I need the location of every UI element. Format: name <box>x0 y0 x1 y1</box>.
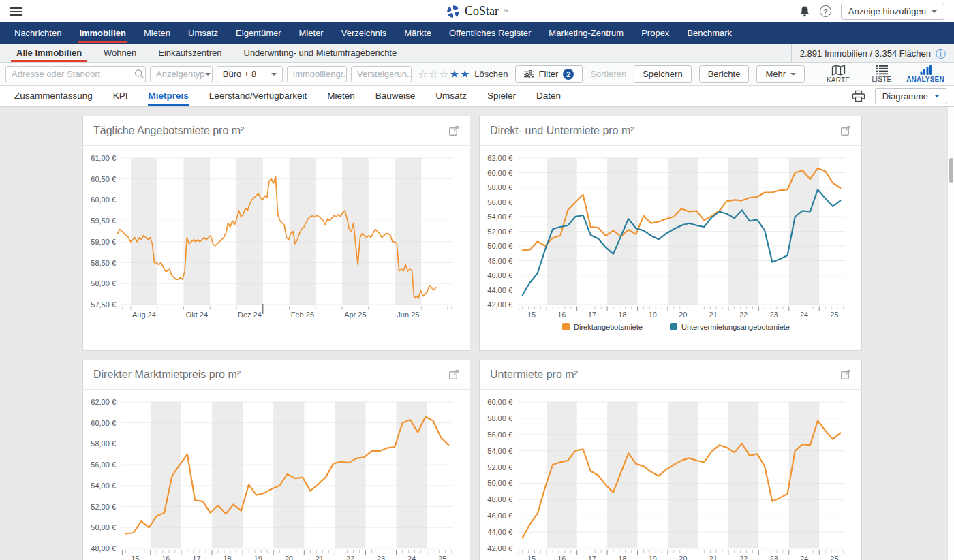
star-filled-icon[interactable]: ★ <box>460 67 470 80</box>
subnav-item-wohnen[interactable]: Wohnen <box>93 44 147 62</box>
tab-kpi[interactable]: KPI <box>103 86 138 106</box>
svg-text:Direktangebotsmiete: Direktangebotsmiete <box>574 323 643 331</box>
subnav-item-alle-immobilien[interactable]: Alle Immobilien <box>5 44 93 62</box>
sort-link[interactable]: Sortieren <box>590 69 626 79</box>
nav-item-maerkte[interactable]: Märkte <box>395 22 440 44</box>
nav-item-mieter[interactable]: Mieter <box>290 22 333 44</box>
scrollbar-track[interactable] <box>947 107 954 560</box>
dropdown-immobiliengroesse[interactable]: Immobiliengr... <box>287 66 348 82</box>
svg-text:48,00 €: 48,00 € <box>487 257 512 265</box>
chevron-down-icon <box>932 10 937 13</box>
svg-text:46,00 €: 46,00 € <box>487 512 512 520</box>
svg-text:44,00 €: 44,00 € <box>487 286 512 294</box>
save-button[interactable]: Speichern <box>634 65 692 83</box>
nav-item-marketing-zentrum[interactable]: Marketing-Zentrum <box>540 22 632 44</box>
tab-leerstand[interactable]: Leerstand/Verfügbarkeit <box>199 86 317 106</box>
external-link-icon[interactable] <box>840 125 851 136</box>
svg-text:54,00 €: 54,00 € <box>91 482 116 490</box>
svg-text:46,00 €: 46,00 € <box>487 271 512 279</box>
bell-icon[interactable] <box>799 5 810 18</box>
external-link-icon[interactable] <box>840 369 851 380</box>
more-button[interactable]: Mehr <box>756 65 805 83</box>
subnav-item-underwriting[interactable]: Underwriting- und Mietumfrageberichte <box>233 44 408 62</box>
svg-text:16: 16 <box>557 311 566 319</box>
svg-text:23: 23 <box>769 555 778 560</box>
nav-item-oeffentliches-register[interactable]: Öffentliches Register <box>440 22 540 44</box>
tab-daten[interactable]: Daten <box>526 86 571 106</box>
chart-panel-untermiete: Untermiete pro m² 42,00 €44,00 €46,00 €4… <box>479 360 862 560</box>
svg-text:20: 20 <box>285 555 293 560</box>
tab-spieler[interactable]: Spieler <box>477 86 526 106</box>
filter-button[interactable]: Filter 2 <box>515 65 583 83</box>
add-listing-button[interactable]: Anzeige hinzufügen <box>841 3 944 20</box>
svg-text:25: 25 <box>438 555 446 560</box>
nav-item-benchmark[interactable]: Benchmark <box>678 22 741 44</box>
line-chart-direct-and-sublet-rent: 42,00 €44,00 €46,00 €48,00 €50,00 €52,00… <box>480 146 861 351</box>
tab-umsatz[interactable]: Umsatz <box>425 86 477 106</box>
tab-mietpreis[interactable]: Mietpreis <box>138 86 199 106</box>
chart-title: Direkter Marktmietpreis pro m² <box>93 369 241 381</box>
svg-text:16: 16 <box>161 555 170 560</box>
line-chart-daily-offer-rent: 57,50 €58,00 €58,50 €59,00 €59,50 €60,00… <box>83 146 470 351</box>
external-link-icon[interactable] <box>448 369 459 380</box>
nav-item-verzeichnis[interactable]: Verzeichnis <box>333 22 395 44</box>
search-field[interactable] <box>5 66 146 82</box>
nav-item-mieten[interactable]: Mieten <box>135 22 179 44</box>
clear-filters-link[interactable]: Löschen <box>474 69 508 79</box>
svg-text:22: 22 <box>739 555 748 560</box>
help-icon[interactable]: ? <box>820 5 831 17</box>
tab-bar: Zusammenfassung KPI Mietpreis Leerstand/… <box>0 86 954 107</box>
star-filled-icon[interactable]: ★ <box>450 67 460 80</box>
svg-text:56,00 €: 56,00 € <box>487 198 512 206</box>
svg-text:56,00 €: 56,00 € <box>487 431 512 439</box>
sub-nav: Alle Immobilien Wohnen Einkaufszentren U… <box>0 44 954 63</box>
result-count: 2.891 Immobilien / 3.354 Flächen <box>800 48 931 59</box>
svg-text:21: 21 <box>709 555 718 560</box>
diagramme-dropdown[interactable]: Diagramme <box>875 88 947 104</box>
printer-icon[interactable] <box>852 90 865 102</box>
star-empty-icon[interactable]: ☆ <box>429 67 439 80</box>
star-rating-filter[interactable]: ☆☆☆★★ <box>418 67 471 80</box>
dropdown-immobilienart[interactable]: Büro + 8 <box>217 66 283 82</box>
view-liste-button[interactable]: LISTE <box>861 65 902 83</box>
subnav-item-einkaufszentren[interactable]: Einkaufszentren <box>147 44 232 62</box>
star-empty-icon[interactable]: ☆ <box>418 67 429 80</box>
map-icon <box>831 65 846 76</box>
search-input[interactable] <box>6 69 134 79</box>
dropdown-anzeigentyp[interactable]: Anzeigentyp <box>150 66 213 82</box>
svg-text:18: 18 <box>223 555 231 560</box>
info-icon[interactable]: ⓘ <box>936 48 946 59</box>
dropdown-versteigerung[interactable]: Versteigerun... <box>351 66 412 82</box>
nav-item-immobilien[interactable]: Immobilien <box>70 22 135 44</box>
reports-button[interactable]: Berichte <box>699 65 750 83</box>
external-link-icon[interactable] <box>448 125 459 136</box>
tab-zusammenfassung[interactable]: Zusammenfassung <box>4 86 103 106</box>
chevron-down-icon <box>205 73 211 76</box>
scrollbar-thumb[interactable] <box>949 158 953 183</box>
nav-item-propex[interactable]: Propex <box>632 22 678 44</box>
sliders-icon <box>524 70 534 78</box>
main-nav: Nachrichten Immobilien Mieten Umsatz Eig… <box>0 22 954 44</box>
view-analysen-button[interactable]: ANALYSEN <box>905 65 946 83</box>
nav-item-eigentuemer[interactable]: Eigentümer <box>227 22 290 44</box>
chevron-down-icon <box>790 73 796 76</box>
svg-text:56,00 €: 56,00 € <box>91 461 116 469</box>
nav-item-umsatz[interactable]: Umsatz <box>179 22 227 44</box>
star-empty-icon[interactable]: ☆ <box>439 67 449 80</box>
svg-text:17: 17 <box>588 311 596 319</box>
svg-text:61,00 €: 61,00 € <box>91 154 116 162</box>
svg-text:48,00 €: 48,00 € <box>487 495 512 503</box>
svg-text:50,00 €: 50,00 € <box>487 242 512 250</box>
hamburger-menu-icon[interactable] <box>10 7 22 16</box>
view-karte-button[interactable]: KARTE <box>818 65 859 84</box>
svg-text:Okt 24: Okt 24 <box>186 311 208 319</box>
tab-bauweise[interactable]: Bauweise <box>365 86 426 106</box>
costar-logo[interactable]: CoStar™ <box>446 4 508 19</box>
svg-text:Aug 24: Aug 24 <box>132 311 156 319</box>
svg-text:22: 22 <box>346 555 354 560</box>
svg-text:52,00 €: 52,00 € <box>487 228 512 236</box>
chevron-down-icon <box>271 73 277 76</box>
tab-mieten[interactable]: Mieten <box>317 86 365 106</box>
nav-item-nachrichten[interactable]: Nachrichten <box>5 22 70 44</box>
brand-name: CoStar <box>465 4 499 18</box>
